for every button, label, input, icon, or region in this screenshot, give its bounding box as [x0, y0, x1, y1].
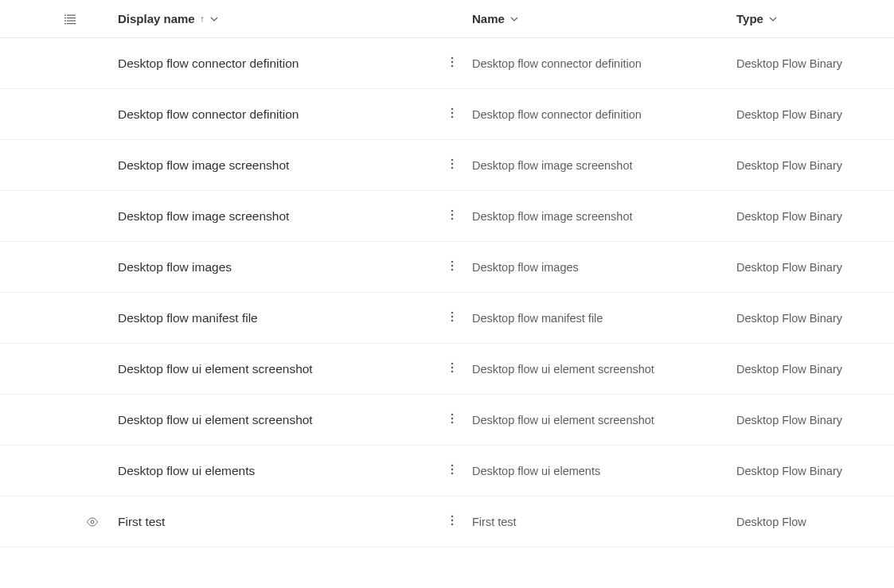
vertical-ellipsis-icon — [451, 514, 454, 530]
table-row[interactable]: Desktop flow connector definitionDesktop… — [0, 89, 894, 140]
svg-rect-6 — [64, 23, 66, 24]
svg-point-20 — [451, 260, 454, 263]
column-header-label: Type — [736, 12, 763, 25]
row-actions-menu[interactable] — [432, 107, 472, 123]
svg-point-27 — [451, 366, 454, 368]
cell-display-name[interactable]: Desktop flow images — [118, 260, 432, 275]
cell-display-name[interactable]: Desktop flow connector definition — [118, 107, 432, 122]
vertical-ellipsis-icon — [451, 56, 454, 72]
svg-point-37 — [451, 519, 454, 521]
svg-point-26 — [451, 362, 454, 364]
svg-point-17 — [451, 209, 454, 212]
table-row[interactable]: Desktop flow imagesDesktop flow imagesDe… — [0, 242, 894, 293]
svg-point-30 — [451, 417, 454, 419]
cell-name: Desktop flow manifest file — [472, 312, 736, 325]
row-actions-menu[interactable] — [432, 412, 472, 428]
svg-point-38 — [451, 523, 454, 525]
cell-display-name[interactable]: Desktop flow manifest file — [118, 311, 432, 325]
svg-point-14 — [451, 158, 454, 161]
eye-icon — [86, 516, 99, 528]
cell-display-name[interactable]: Desktop flow ui elements — [118, 464, 432, 478]
svg-point-10 — [451, 64, 454, 67]
svg-point-29 — [451, 413, 454, 415]
row-actions-menu[interactable] — [432, 310, 472, 326]
table-row[interactable]: Desktop flow ui elementsDesktop flow ui … — [0, 446, 894, 496]
cell-display-name[interactable]: Desktop flow ui element screenshot — [118, 362, 432, 376]
svg-rect-5 — [67, 20, 76, 21]
cell-type: Desktop Flow Binary — [736, 108, 894, 121]
svg-point-16 — [451, 166, 454, 169]
column-header-type[interactable]: Type — [736, 12, 894, 25]
vertical-ellipsis-icon — [451, 310, 454, 326]
table-row[interactable]: Desktop flow ui element screenshotDeskto… — [0, 395, 894, 446]
column-header-display-name[interactable]: Display name ↑ — [118, 12, 472, 25]
cell-type: Desktop Flow Binary — [736, 261, 894, 274]
cell-type: Desktop Flow Binary — [736, 210, 894, 223]
vertical-ellipsis-icon — [451, 107, 454, 123]
cell-display-name[interactable]: Desktop flow image screenshot — [118, 158, 432, 173]
table-row[interactable]: Desktop flow image screenshotDesktop flo… — [0, 140, 894, 191]
svg-point-28 — [451, 370, 454, 372]
column-header-name[interactable]: Name — [472, 12, 736, 25]
cell-name: Desktop flow connector definition — [472, 108, 736, 121]
svg-point-23 — [451, 311, 454, 313]
svg-rect-2 — [64, 18, 66, 18]
vertical-ellipsis-icon — [451, 463, 454, 479]
list-view-icon[interactable] — [64, 13, 76, 25]
column-header-label: Name — [472, 12, 505, 25]
svg-point-18 — [451, 213, 454, 216]
vertical-ellipsis-icon — [451, 412, 454, 428]
cell-type: Desktop Flow Binary — [736, 312, 894, 325]
vertical-ellipsis-icon — [451, 158, 454, 173]
table-row[interactable]: First testFirst testDesktop Flow — [0, 496, 894, 547]
cell-display-name[interactable]: Desktop flow ui element screenshot — [118, 413, 432, 427]
cell-type: Desktop Flow — [736, 516, 894, 528]
svg-point-34 — [451, 472, 454, 474]
svg-point-31 — [451, 421, 454, 423]
svg-point-35 — [91, 520, 94, 524]
chevron-down-icon — [209, 14, 219, 24]
svg-point-24 — [451, 315, 454, 317]
cell-display-name[interactable]: First test — [118, 515, 432, 529]
cell-type: Desktop Flow Binary — [736, 363, 894, 376]
vertical-ellipsis-icon — [451, 361, 454, 377]
cell-name: First test — [472, 516, 736, 528]
svg-point-9 — [451, 60, 454, 63]
cell-display-name[interactable]: Desktop flow image screenshot — [118, 209, 432, 224]
header-view-icon-cell — [0, 13, 118, 25]
chevron-down-icon — [509, 14, 519, 24]
svg-point-8 — [451, 56, 454, 59]
cell-name: Desktop flow image screenshot — [472, 210, 736, 223]
row-actions-menu[interactable] — [432, 463, 472, 479]
svg-point-19 — [451, 217, 454, 220]
svg-point-25 — [451, 319, 454, 321]
table-row[interactable]: Desktop flow ui element screenshotDeskto… — [0, 344, 894, 395]
cell-type: Desktop Flow Binary — [736, 465, 894, 477]
table-row[interactable]: Desktop flow manifest fileDesktop flow m… — [0, 293, 894, 344]
table-row[interactable]: Desktop flow connector definitionDesktop… — [0, 38, 894, 89]
row-actions-menu[interactable] — [432, 514, 472, 530]
row-actions-menu[interactable] — [432, 259, 472, 275]
chevron-down-icon — [768, 14, 778, 24]
svg-point-22 — [451, 268, 454, 271]
row-status-icon-cell — [0, 516, 118, 528]
row-actions-menu[interactable] — [432, 56, 472, 72]
table-row[interactable]: Desktop flow image screenshotDesktop flo… — [0, 191, 894, 242]
row-actions-menu[interactable] — [432, 208, 472, 224]
svg-point-33 — [451, 468, 454, 470]
svg-rect-1 — [67, 14, 76, 15]
svg-rect-4 — [64, 20, 66, 21]
cell-name: Desktop flow connector definition — [472, 57, 736, 70]
svg-point-36 — [451, 515, 454, 517]
cell-name: Desktop flow images — [472, 261, 736, 274]
svg-point-32 — [451, 464, 454, 466]
cell-name: Desktop flow ui element screenshot — [472, 363, 736, 376]
svg-rect-0 — [64, 14, 66, 15]
svg-rect-3 — [67, 18, 76, 18]
sort-ascending-icon: ↑ — [200, 14, 205, 25]
svg-point-13 — [451, 115, 454, 118]
cell-display-name[interactable]: Desktop flow connector definition — [118, 56, 432, 71]
cell-name: Desktop flow image screenshot — [472, 159, 736, 172]
row-actions-menu[interactable] — [432, 158, 472, 173]
row-actions-menu[interactable] — [432, 361, 472, 377]
